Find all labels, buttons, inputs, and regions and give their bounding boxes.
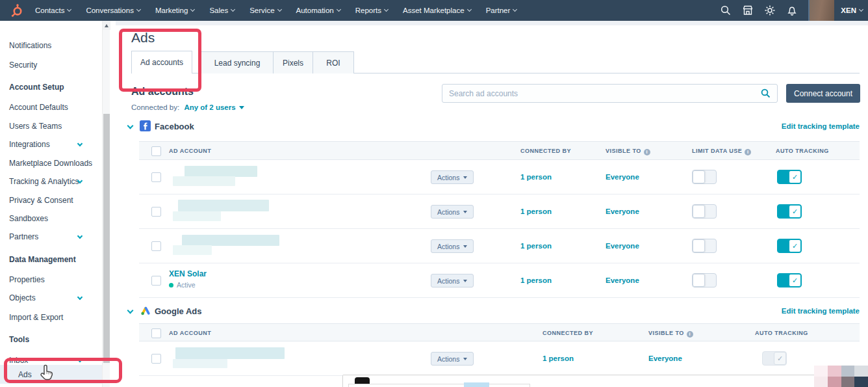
google-edit-tracking-link[interactable]: Edit tracking template — [782, 307, 860, 315]
info-icon[interactable]: i — [687, 331, 693, 338]
sidebar-item-marketplace-downloads[interactable]: Marketplace Downloads — [9, 159, 92, 168]
sidebar-item-tracking-analytics[interactable]: Tracking & Analytics — [9, 177, 79, 186]
nav-contacts[interactable]: Contacts — [35, 7, 71, 14]
nav-automation[interactable]: Automation — [296, 7, 340, 14]
auto-tracking-toggle-on[interactable]: ✓ — [777, 273, 802, 287]
info-icon[interactable]: i — [644, 149, 650, 155]
connected-by-link[interactable]: 1 person — [520, 276, 552, 284]
limit-data-use-toggle-off[interactable] — [692, 239, 717, 253]
chevron-down-icon[interactable] — [77, 141, 83, 146]
check-icon: ✓ — [789, 170, 801, 183]
sidebar-item-notifications[interactable]: Notifications — [9, 41, 51, 50]
account-name-link[interactable]: XEN Solar — [169, 269, 207, 278]
visible-to-link[interactable]: Everyone — [606, 276, 639, 284]
account-name-label: XEN — [841, 7, 856, 14]
facebook-table: AD ACCOUNT CONNECTED BY VISIBLE TOi LIMI… — [139, 141, 860, 298]
bottom-panel-blue-block — [464, 382, 489, 387]
nav-service[interactable]: Service — [249, 7, 281, 14]
marketplace-icon[interactable] — [742, 5, 754, 16]
nav-service-label: Service — [249, 7, 274, 14]
redacted-account-name — [178, 200, 269, 211]
sidebar-item-users-teams[interactable]: Users & Teams — [9, 122, 62, 131]
search-icon[interactable] — [720, 5, 732, 16]
sidebar-item-import-export[interactable]: Import & Export — [9, 313, 63, 322]
row-checkbox[interactable] — [151, 241, 161, 251]
connected-by-link[interactable]: 1 person — [542, 354, 574, 362]
collapse-chevron-icon[interactable] — [127, 123, 134, 129]
sidebar-item-account-defaults[interactable]: Account Defaults — [9, 103, 68, 112]
actions-button[interactable]: Actions — [431, 239, 474, 253]
sidebar-item-objects[interactable]: Objects — [9, 293, 36, 302]
search-input[interactable] — [442, 89, 761, 98]
auto-tracking-toggle-on[interactable]: ✓ — [777, 204, 802, 219]
visible-to-link[interactable]: Everyone — [606, 242, 639, 250]
connected-by-link[interactable]: 1 person — [520, 173, 552, 181]
sidebar-item-ads[interactable]: Ads — [0, 365, 102, 384]
sidebar-item-inbox[interactable]: Inbox — [9, 356, 28, 365]
tab-roi[interactable]: ROI — [313, 51, 354, 73]
collapse-chevron-icon[interactable] — [127, 308, 134, 314]
hubspot-logo-icon[interactable] — [10, 4, 23, 17]
facebook-edit-tracking-link[interactable]: Edit tracking template — [782, 122, 860, 130]
scrollbar-up-arrow-icon[interactable] — [103, 21, 110, 30]
sidebar-item-security[interactable]: Security — [9, 60, 37, 70]
select-all-checkbox[interactable] — [151, 146, 161, 156]
settings-gear-icon[interactable] — [764, 5, 776, 16]
row-checkbox[interactable] — [151, 276, 161, 286]
chevron-down-icon — [231, 7, 235, 12]
user-avatar[interactable] — [810, 0, 834, 21]
actions-button[interactable]: Actions — [431, 170, 474, 184]
nav-asset-marketplace-label: Asset Marketplace — [403, 7, 465, 14]
limit-data-use-toggle-off[interactable] — [692, 273, 717, 287]
scrollbar-thumb[interactable] — [103, 114, 110, 363]
tab-pixels[interactable]: Pixels — [273, 51, 313, 73]
connect-account-button[interactable]: Connect account — [786, 84, 860, 103]
visible-to-link[interactable]: Everyone — [606, 207, 639, 215]
sidebar-item-privacy-consent[interactable]: Privacy & Consent — [9, 196, 73, 205]
chevron-down-icon[interactable] — [77, 234, 83, 239]
actions-button[interactable]: Actions — [431, 205, 474, 219]
limit-data-use-toggle-off[interactable] — [692, 170, 717, 184]
sidebar-scrollbar[interactable] — [102, 21, 110, 387]
connected-by-value: Any of 2 users — [184, 103, 235, 111]
nav-conversations[interactable]: Conversations — [86, 7, 140, 14]
actions-button[interactable]: Actions — [431, 274, 474, 287]
search-icon[interactable] — [761, 88, 771, 98]
tab-ad-accounts[interactable]: Ad accounts — [131, 51, 192, 73]
sidebar-item-properties[interactable]: Properties — [9, 275, 45, 284]
info-icon[interactable]: i — [745, 149, 751, 155]
nav-sales-label: Sales — [209, 7, 228, 14]
row-checkbox[interactable] — [151, 207, 161, 217]
select-all-checkbox[interactable] — [151, 328, 161, 338]
actions-button[interactable]: Actions — [431, 352, 474, 366]
sidebar-item-ads-label: Ads — [18, 370, 32, 379]
connected-by-link[interactable]: 1 person — [520, 242, 552, 250]
nav-partner[interactable]: Partner — [486, 7, 517, 14]
auto-tracking-toggle-on[interactable]: ✓ — [777, 239, 802, 253]
section-heading: Ad accounts — [131, 86, 194, 98]
visible-to-link[interactable]: Everyone — [606, 173, 639, 181]
connected-by-link[interactable]: 1 person — [520, 207, 552, 215]
sidebar-item-partners[interactable]: Partners — [9, 232, 38, 241]
sidebar-item-integrations[interactable]: Integrations — [9, 140, 50, 149]
sidebar-item-sandboxes[interactable]: Sandboxes — [9, 214, 48, 223]
chevron-down-icon[interactable] — [77, 357, 83, 362]
connected-by-dropdown[interactable]: Any of 2 users — [184, 103, 244, 111]
nav-asset-marketplace[interactable]: Asset Marketplace — [403, 7, 471, 14]
nav-sales[interactable]: Sales — [209, 7, 235, 14]
google-ads-table: AD ACCOUNT CONNECTED BY VISIBLE TOi AUTO… — [139, 323, 860, 376]
limit-data-use-toggle-off[interactable] — [692, 204, 717, 219]
account-menu[interactable]: XEN — [841, 7, 863, 14]
chevron-down-icon — [136, 7, 141, 12]
nav-reports[interactable]: Reports — [355, 7, 388, 14]
col-connected-by: CONNECTED BY — [520, 148, 571, 154]
visible-to-link[interactable]: Everyone — [648, 354, 682, 362]
nav-marketing[interactable]: Marketing — [155, 7, 195, 14]
row-checkbox[interactable] — [151, 354, 161, 364]
row-checkbox[interactable] — [151, 172, 161, 182]
notifications-bell-icon[interactable] — [786, 5, 798, 16]
auto-tracking-toggle-on[interactable]: ✓ — [777, 170, 802, 184]
tab-lead-syncing[interactable]: Lead syncing — [201, 51, 274, 73]
chevron-down-icon — [67, 7, 71, 12]
chevron-down-icon[interactable] — [77, 295, 83, 300]
